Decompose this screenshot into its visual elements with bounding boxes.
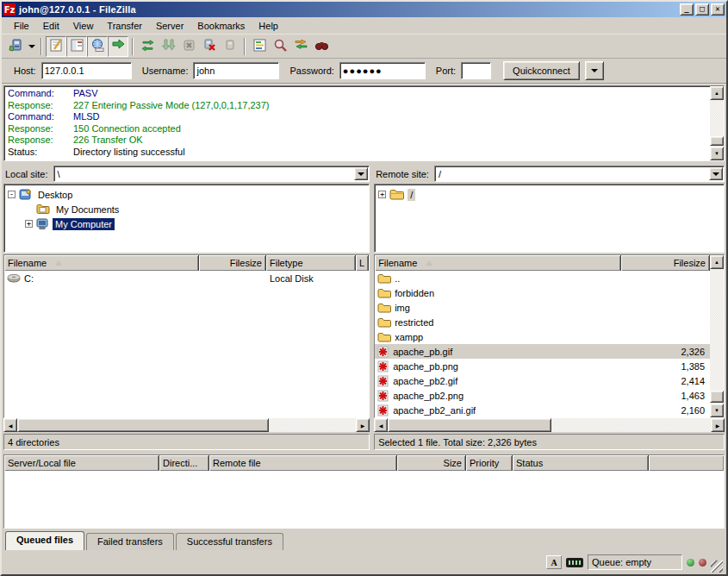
remote-site-dropdown[interactable]	[709, 167, 723, 180]
directory-comparison-button[interactable]	[270, 36, 290, 57]
scroll-left-icon[interactable]: ◀	[374, 418, 388, 432]
tab-successful-transfers[interactable]: Successful transfers	[176, 533, 283, 550]
column-size[interactable]: Size	[397, 455, 466, 471]
column-status[interactable]: Status	[513, 455, 649, 471]
close-button[interactable]: ✕	[711, 3, 725, 16]
quickconnect-bar: Host: Username: Password: Port: Quickcon…	[2, 59, 726, 85]
column-remote-file[interactable]: Remote file	[209, 455, 397, 471]
column-server-local-file[interactable]: Server/Local file	[4, 455, 159, 471]
disconnect-icon	[202, 38, 217, 54]
local-site-dropdown[interactable]	[354, 167, 368, 180]
image-file-icon	[377, 404, 389, 416]
host-input[interactable]	[41, 62, 132, 79]
toggle-message-log-button[interactable]	[46, 36, 66, 57]
remote-file-row[interactable]: xampp	[375, 329, 710, 344]
synchronized-browsing-button[interactable]	[290, 36, 311, 57]
log-scrollbar[interactable]: ▲ ▼	[710, 86, 724, 160]
column-filename[interactable]: Filename	[4, 255, 199, 271]
reconnect-button[interactable]	[220, 36, 240, 57]
menu-transfer[interactable]: Transfer	[100, 19, 149, 33]
scroll-down-icon[interactable]: ▼	[710, 147, 724, 160]
site-manager-dropdown[interactable]	[26, 36, 37, 57]
collapse-icon[interactable]: -	[8, 191, 16, 198]
scroll-right-icon[interactable]: ▶	[356, 418, 370, 432]
tab-queued-files[interactable]: Queued files	[5, 531, 84, 550]
remote-site-combo[interactable]: /	[434, 166, 725, 182]
log-text: PASV	[73, 88, 98, 100]
find-files-button[interactable]	[311, 36, 332, 57]
menu-bookmarks[interactable]: Bookmarks	[190, 19, 252, 33]
filter-button[interactable]	[249, 36, 270, 57]
toggle-transfer-queue-button[interactable]	[108, 36, 128, 57]
scroll-left-icon[interactable]: ◀	[3, 418, 17, 432]
remote-file-row[interactable]: apache_pb.png 1,385	[375, 359, 710, 373]
remote-file-row[interactable]: ..	[375, 271, 710, 285]
remote-file-row[interactable]: apache_pb2.png 1,463	[375, 388, 710, 403]
resize-grip[interactable]	[711, 560, 723, 573]
remote-vscroll-thumb[interactable]	[710, 391, 724, 403]
toggle-remote-tree-button[interactable]	[87, 36, 108, 57]
refresh-button[interactable]	[137, 36, 158, 57]
disconnect-button[interactable]	[199, 36, 220, 57]
transfer-type-icon[interactable]: A	[546, 555, 562, 569]
port-input[interactable]	[461, 62, 491, 79]
remote-file-row[interactable]: apache_pb2_ani.gif 2,160	[375, 403, 710, 417]
scroll-up-icon[interactable]: ▲	[710, 86, 724, 100]
remote-vscrollbar[interactable]: ▲ ▼	[710, 255, 724, 417]
remote-file-row[interactable]: forbidden	[375, 285, 710, 300]
column-direction[interactable]: Directi...	[159, 455, 209, 471]
menu-help[interactable]: Help	[252, 19, 285, 33]
log-scroll-thumb[interactable]	[710, 136, 724, 146]
remote-hscrollbar[interactable]: ◀ ▶	[374, 418, 725, 432]
remote-hscroll-thumb[interactable]	[388, 418, 551, 432]
quickconnect-button[interactable]: Quickconnect	[503, 61, 580, 80]
chevron-down-icon	[591, 69, 598, 72]
remote-tree: + /	[374, 184, 725, 253]
menu-file[interactable]: File	[7, 19, 36, 33]
remote-file-row[interactable]: apache_pb2.gif 2,414	[375, 373, 710, 388]
local-hscroll-thumb[interactable]	[17, 418, 269, 432]
speed-limits-icon[interactable]	[566, 558, 583, 567]
local-site-combo[interactable]: \	[53, 166, 370, 182]
scroll-up-icon[interactable]: ▲	[710, 255, 724, 269]
toggle-local-tree-button[interactable]	[66, 36, 87, 57]
tree-item-desktop[interactable]: - Desktop	[8, 187, 369, 202]
menu-server[interactable]: Server	[149, 19, 190, 33]
message-log-lines: Command:PASV Response:227 Entering Passi…	[6, 88, 708, 159]
column-priority[interactable]: Priority	[466, 455, 513, 471]
tree-item-root[interactable]: + /	[378, 187, 724, 202]
scroll-down-icon[interactable]: ▼	[710, 404, 724, 417]
column-filesize[interactable]: Filesize	[199, 255, 266, 271]
column-filename[interactable]: Filename	[375, 255, 621, 271]
queue-body[interactable]	[4, 471, 724, 528]
password-input[interactable]	[339, 62, 426, 79]
cancel-operation-button[interactable]	[178, 36, 199, 57]
local-hscrollbar[interactable]: ◀ ▶	[3, 418, 370, 432]
remote-file-row[interactable]: img	[375, 300, 710, 315]
log-label: Status:	[6, 147, 73, 159]
column-filesize[interactable]: Filesize	[621, 255, 710, 271]
remote-file-row[interactable]: restricted	[375, 315, 710, 329]
menu-edit[interactable]: Edit	[36, 19, 66, 33]
expand-icon[interactable]: +	[378, 191, 386, 198]
site-manager-button[interactable]	[5, 36, 26, 57]
menu-view[interactable]: View	[66, 19, 101, 33]
tree-item-my-computer[interactable]: + My Computer	[8, 216, 369, 231]
column-filetype[interactable]: Filetype	[266, 255, 356, 271]
titlebar[interactable]: Fz john@127.0.0.1 - FileZilla _ □ ✕	[2, 2, 726, 17]
tree-item-label: My Computer	[53, 218, 115, 230]
minimize-button[interactable]: _	[680, 3, 694, 16]
tab-failed-transfers[interactable]: Failed transfers	[86, 533, 174, 550]
process-queue-button[interactable]	[158, 36, 178, 57]
file-size: 2,414	[621, 376, 710, 386]
tree-item-my-documents[interactable]: My Documents	[8, 202, 369, 216]
scroll-right-icon[interactable]: ▶	[711, 418, 725, 432]
remote-file-row-selected[interactable]: apache_pb.gif 2,326	[375, 344, 710, 359]
column-lastmodified[interactable]: L	[356, 255, 369, 271]
expand-icon[interactable]: +	[25, 220, 33, 228]
local-file-row[interactable]: C: Local Disk	[4, 271, 369, 285]
quickconnect-dropdown[interactable]	[585, 61, 604, 80]
log-text: 227 Entering Passive Mode (127,0,0,1,17,…	[73, 100, 269, 112]
username-input[interactable]	[193, 62, 279, 79]
maximize-button[interactable]: □	[695, 3, 709, 16]
